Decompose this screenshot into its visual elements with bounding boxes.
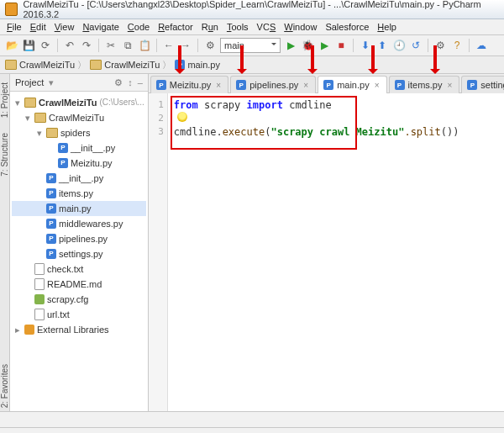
tree-external-libraries[interactable]: ▸ External Libraries xyxy=(12,322,146,337)
tab-label: Meizitu.py xyxy=(170,80,212,90)
menu-file[interactable]: File xyxy=(7,22,22,32)
status-bar xyxy=(0,412,504,428)
tree-root[interactable]: ▾ CrawlMeiziTu (C:\Users\... xyxy=(12,95,146,110)
debug-icon[interactable]: 🐞 xyxy=(301,39,314,52)
code-editor[interactable]: 1 2 3 from scrapy import cmdline cmdline… xyxy=(149,93,504,411)
back-icon[interactable]: ← xyxy=(162,39,176,52)
gear-icon[interactable]: ⚙ xyxy=(114,77,123,88)
close-icon[interactable]: × xyxy=(216,81,221,90)
tree-folder-spiders[interactable]: ▾ spiders xyxy=(12,125,146,140)
paste-icon[interactable]: 📋 xyxy=(138,39,151,52)
cut-icon[interactable]: ✂ xyxy=(104,39,118,52)
run-icon[interactable]: ▶ xyxy=(284,39,297,52)
open-icon[interactable]: 📂 xyxy=(5,39,18,52)
library-icon xyxy=(24,325,34,335)
tree-file[interactable]: P pipelines.py xyxy=(12,231,146,246)
code-line-1[interactable]: from scrapy import cmdline xyxy=(174,98,504,112)
build-icon[interactable]: ⚙ xyxy=(203,39,217,52)
tab-meizitu[interactable]: P Meizitu.py × xyxy=(150,76,228,93)
app-icon xyxy=(5,3,18,16)
expand-icon[interactable]: ▾ xyxy=(24,111,32,124)
python-file-icon: P xyxy=(58,143,68,153)
breadcrumb-file[interactable]: P main.py xyxy=(175,60,220,70)
tree-item-label: __init__.py xyxy=(59,172,103,185)
run-configuration-combo[interactable]: main xyxy=(220,38,281,53)
tree-item-label: main.py xyxy=(59,202,92,215)
menu-navigate[interactable]: Navigate xyxy=(82,22,118,32)
vcs-commit-icon[interactable]: ⬆ xyxy=(375,39,389,52)
tree-file[interactable]: scrapy.cfg xyxy=(12,292,146,307)
breadcrumb-root[interactable]: CrawlMeiziTu 〉 xyxy=(5,59,87,71)
close-icon[interactable]: × xyxy=(303,81,308,90)
code-line-2[interactable] xyxy=(174,112,504,125)
rail-project[interactable]: 1: Project xyxy=(0,79,9,121)
help-icon[interactable]: ? xyxy=(450,39,464,52)
tree-file[interactable]: P __init__.py xyxy=(12,140,146,156)
tab-pipelines[interactable]: P pipelines.py × xyxy=(230,76,316,93)
breadcrumb-folder[interactable]: CrawlMeiziTu 〉 xyxy=(90,59,171,71)
redo-icon[interactable]: ↷ xyxy=(80,39,93,52)
expand-icon[interactable]: ▸ xyxy=(13,323,22,336)
tree-file[interactable]: P __init__.py xyxy=(12,171,146,186)
settings-icon[interactable]: ⚙ xyxy=(433,39,447,52)
vcs-revert-icon[interactable]: ↺ xyxy=(409,39,423,52)
id-cmdline: cmdline xyxy=(289,99,332,111)
tree-file[interactable]: P middlewares.py xyxy=(12,216,146,231)
menu-run[interactable]: Run xyxy=(202,22,218,32)
editor-tabstrip: P Meizitu.py × P pipelines.py × P main.p… xyxy=(149,74,504,93)
menu-edit[interactable]: Edit xyxy=(30,22,46,32)
tree-item-label: scrapy.cfg xyxy=(47,293,88,306)
text-file-icon xyxy=(34,278,45,290)
code-line-3[interactable]: cmdline.execute("scrapy crawl Meizitu".s… xyxy=(174,125,504,139)
forward-icon[interactable]: → xyxy=(179,39,192,52)
intention-bulb-icon[interactable] xyxy=(177,112,187,122)
menu-refactor[interactable]: Refactor xyxy=(158,22,193,32)
id-cmdline: cmdline xyxy=(174,126,217,138)
menu-window[interactable]: Window xyxy=(284,22,317,32)
fn-split: .split xyxy=(404,126,440,138)
tab-main[interactable]: P main.py × xyxy=(318,76,386,93)
undo-icon[interactable]: ↶ xyxy=(63,39,76,52)
tree-item-label: pipelines.py xyxy=(59,232,108,246)
menu-salesforce[interactable]: Salesforce xyxy=(325,22,369,32)
kw-import: import xyxy=(247,99,283,111)
vcs-update-icon[interactable]: ⬇ xyxy=(359,39,372,52)
tree-file[interactable]: README.md xyxy=(12,277,146,292)
close-icon[interactable]: × xyxy=(447,81,452,90)
hide-icon[interactable]: – xyxy=(138,77,143,87)
rail-structure[interactable]: 7: Structure xyxy=(0,129,9,180)
copy-icon[interactable]: ⧉ xyxy=(121,39,134,52)
tree-file[interactable]: url.txt xyxy=(12,307,146,322)
project-tree[interactable]: ▾ CrawlMeiziTu (C:\Users\... ▾ CrawlMeiz… xyxy=(10,92,148,411)
folder-icon xyxy=(5,60,17,70)
coverage-icon[interactable]: ▶ xyxy=(318,39,331,52)
tree-file[interactable]: P Meizitu.py xyxy=(12,156,146,171)
save-icon[interactable]: 💾 xyxy=(22,39,35,52)
code-content[interactable]: from scrapy import cmdline cmdline.execu… xyxy=(169,93,504,144)
tree-file[interactable]: P items.py xyxy=(12,186,146,201)
menu-help[interactable]: Help xyxy=(377,22,396,32)
tree-file-selected[interactable]: P main.py xyxy=(12,201,146,216)
stop-icon[interactable]: ■ xyxy=(334,39,348,52)
breadcrumb: CrawlMeiziTu 〉 CrawlMeiziTu 〉 P main.py xyxy=(0,56,504,74)
salesforce-icon[interactable]: ☁ xyxy=(475,39,488,52)
menu-view[interactable]: View xyxy=(55,22,75,32)
close-icon[interactable]: × xyxy=(375,81,380,90)
expand-icon[interactable]: ▾ xyxy=(13,96,22,109)
menu-code[interactable]: Code xyxy=(128,22,150,32)
dropdown-icon[interactable]: ▾ xyxy=(49,77,54,88)
collapse-icon[interactable]: ↕ xyxy=(128,77,133,87)
sync-icon[interactable]: ⟳ xyxy=(39,39,52,52)
rail-favorites[interactable]: 2: Favorites xyxy=(0,361,9,411)
tab-items[interactable]: P items.py × xyxy=(389,76,460,93)
tree-file[interactable]: check.txt xyxy=(12,261,146,277)
line-number: 3 xyxy=(149,125,167,139)
menu-tools[interactable]: Tools xyxy=(227,22,249,32)
menu-vcs[interactable]: VCS xyxy=(257,22,276,32)
tab-settings[interactable]: P settings.py × xyxy=(461,76,504,93)
vcs-history-icon[interactable]: 🕘 xyxy=(392,39,406,52)
tree-folder[interactable]: ▾ CrawlMeiziTu xyxy=(12,110,146,125)
expand-icon[interactable]: ▾ xyxy=(35,126,44,140)
tree-file[interactable]: P settings.py xyxy=(12,246,146,261)
python-file-icon: P xyxy=(323,80,333,90)
